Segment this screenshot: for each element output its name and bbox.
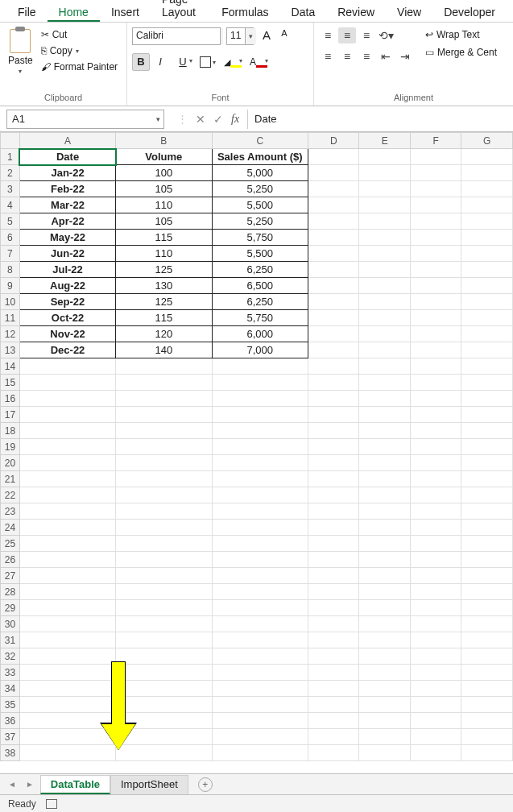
cell-C37[interactable] (212, 729, 308, 745)
cell-A14[interactable] (19, 358, 115, 375)
cell-D32[interactable] (308, 648, 359, 665)
cell-B31[interactable] (116, 632, 212, 648)
align-middle-button[interactable]: ≡ (338, 27, 356, 44)
cell-E15[interactable] (359, 375, 410, 391)
row-header-23[interactable]: 23 (1, 503, 20, 520)
cell-F20[interactable] (410, 455, 461, 471)
cell-B17[interactable] (116, 407, 212, 423)
cell-D37[interactable] (308, 729, 359, 745)
cell-E4[interactable] (359, 197, 410, 213)
cell-A32[interactable] (19, 648, 115, 665)
cell-G8[interactable] (461, 262, 513, 278)
cell-G20[interactable] (461, 455, 513, 471)
cell-F32[interactable] (410, 648, 461, 665)
cell-C31[interactable] (212, 632, 308, 648)
cell-D3[interactable] (308, 181, 359, 197)
increase-indent-button[interactable]: ⇥ (396, 48, 414, 64)
cell-G34[interactable] (461, 681, 513, 697)
cell-D16[interactable] (308, 391, 359, 407)
cell-B10[interactable]: 125 (116, 294, 212, 310)
row-header-26[interactable]: 26 (1, 552, 20, 568)
cell-C24[interactable] (212, 520, 308, 536)
cell-A13[interactable]: Dec-22 (19, 342, 115, 358)
cell-G5[interactable] (461, 213, 513, 230)
cell-G21[interactable] (461, 471, 513, 487)
cell-G7[interactable] (461, 246, 513, 262)
underline-button[interactable]: U (171, 53, 195, 71)
cell-G9[interactable] (461, 278, 513, 294)
cell-F25[interactable] (410, 536, 461, 552)
cell-D26[interactable] (308, 552, 359, 568)
row-header-5[interactable]: 5 (1, 213, 20, 230)
cell-F4[interactable] (410, 197, 461, 213)
cut-button[interactable]: ✂ Cut (39, 27, 119, 42)
cell-B18[interactable] (116, 423, 212, 439)
cell-A33[interactable] (19, 665, 115, 681)
borders-button[interactable]: ▾ (197, 53, 219, 71)
cell-E17[interactable] (359, 407, 410, 423)
row-header-13[interactable]: 13 (1, 342, 20, 358)
cell-C25[interactable] (212, 536, 308, 552)
cell-E24[interactable] (359, 520, 410, 536)
cell-F11[interactable] (410, 310, 461, 326)
row-header-36[interactable]: 36 (1, 713, 20, 729)
cell-F22[interactable] (410, 487, 461, 503)
cell-D22[interactable] (308, 487, 359, 503)
cell-C6[interactable]: 5,750 (212, 230, 308, 246)
cell-D12[interactable] (308, 326, 359, 342)
cell-F10[interactable] (410, 294, 461, 310)
cell-B22[interactable] (116, 487, 212, 503)
cell-B4[interactable]: 110 (116, 197, 212, 213)
cell-D18[interactable] (308, 423, 359, 439)
cell-D23[interactable] (308, 503, 359, 520)
row-header-10[interactable]: 10 (1, 294, 20, 310)
cell-D5[interactable] (308, 213, 359, 230)
cell-A23[interactable] (19, 503, 115, 520)
cell-B23[interactable] (116, 503, 212, 520)
paste-button[interactable]: Paste ▾ (5, 27, 36, 77)
ribbon-tab-home[interactable]: Home (48, 2, 100, 22)
column-header-G[interactable]: G (461, 133, 513, 149)
cell-A26[interactable] (19, 552, 115, 568)
row-header-24[interactable]: 24 (1, 520, 20, 536)
cell-F15[interactable] (410, 375, 461, 391)
row-header-4[interactable]: 4 (1, 197, 20, 213)
cell-D7[interactable] (308, 246, 359, 262)
cell-C9[interactable]: 6,500 (212, 278, 308, 294)
cell-G23[interactable] (461, 503, 513, 520)
cell-G4[interactable] (461, 197, 513, 213)
wrap-text-button[interactable]: ↩ Wrap Text (424, 27, 499, 42)
cell-A7[interactable]: Jun-22 (19, 246, 115, 262)
cell-G27[interactable] (461, 568, 513, 584)
cell-B20[interactable] (116, 455, 212, 471)
cell-D15[interactable] (308, 375, 359, 391)
cell-G18[interactable] (461, 423, 513, 439)
cell-C19[interactable] (212, 439, 308, 455)
cell-B14[interactable] (116, 358, 212, 375)
cell-B21[interactable] (116, 471, 212, 487)
row-header-7[interactable]: 7 (1, 246, 20, 262)
ribbon-tab-data[interactable]: Data (280, 2, 327, 22)
cell-E1[interactable] (359, 149, 410, 165)
cell-C28[interactable] (212, 584, 308, 600)
cell-A31[interactable] (19, 632, 115, 648)
name-box[interactable]: A1 (6, 110, 164, 129)
cell-D27[interactable] (308, 568, 359, 584)
cell-A20[interactable] (19, 455, 115, 471)
cell-B13[interactable]: 140 (116, 342, 212, 358)
cell-A18[interactable] (19, 423, 115, 439)
row-header-29[interactable]: 29 (1, 600, 20, 616)
row-header-32[interactable]: 32 (1, 648, 20, 665)
worksheet-grid[interactable]: ABCDEFG1DateVolumeSales Amount ($)2Jan-2… (0, 132, 513, 773)
cell-G32[interactable] (461, 648, 513, 665)
cell-C32[interactable] (212, 648, 308, 665)
cell-F8[interactable] (410, 262, 461, 278)
cell-A28[interactable] (19, 584, 115, 600)
cell-F30[interactable] (410, 616, 461, 632)
column-header-F[interactable]: F (410, 133, 461, 149)
cell-D34[interactable] (308, 681, 359, 697)
cell-D9[interactable] (308, 278, 359, 294)
font-color-button[interactable]: A (246, 53, 271, 71)
cell-E18[interactable] (359, 423, 410, 439)
grow-font-button[interactable]: A (259, 28, 274, 44)
